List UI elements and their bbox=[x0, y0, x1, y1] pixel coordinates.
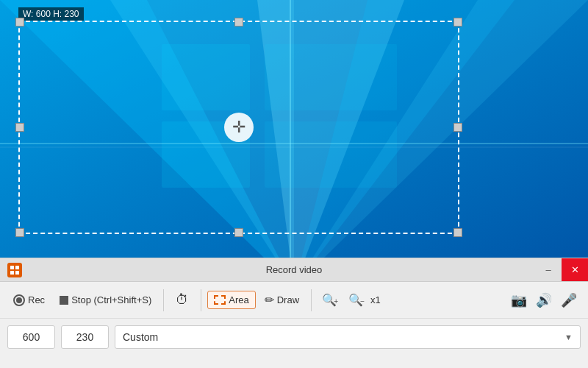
stop-button[interactable]: Stop (Ctrl+Shift+S) bbox=[54, 291, 157, 308]
zoom-level-label: x1 bbox=[370, 294, 381, 305]
close-button[interactable]: ✕ bbox=[562, 258, 588, 281]
minimize-button[interactable]: – bbox=[535, 258, 562, 281]
draw-label: Draw bbox=[277, 294, 299, 305]
separator-2 bbox=[201, 289, 201, 311]
svg-rect-15 bbox=[10, 271, 14, 275]
handle-top-center[interactable] bbox=[234, 18, 243, 26]
handle-bottom-left[interactable] bbox=[15, 228, 24, 237]
handle-top-left[interactable] bbox=[15, 18, 24, 26]
mic-icon: 🎤 bbox=[561, 292, 577, 308]
window-controls: – ✕ bbox=[535, 258, 588, 281]
svg-rect-14 bbox=[15, 266, 19, 269]
desktop-area: W: 600 H: 230 ✛ bbox=[0, 0, 588, 287]
width-input[interactable] bbox=[7, 325, 55, 349]
timer-button[interactable]: ⏱ bbox=[170, 289, 195, 311]
zoom-in-button[interactable]: 🔍+ bbox=[318, 289, 341, 312]
separator-3 bbox=[311, 289, 312, 311]
stop-icon bbox=[60, 296, 68, 305]
dimension-label: W: 600 H: 230 bbox=[18, 7, 84, 21]
right-icons-group: 📷 🔊 🎤 bbox=[507, 289, 581, 312]
rec-button[interactable]: Rec bbox=[7, 291, 51, 309]
bottom-row: Custom ▼ bbox=[0, 319, 588, 355]
handle-middle-left[interactable] bbox=[15, 123, 24, 132]
area-label: Area bbox=[229, 294, 248, 305]
rec-label: Rec bbox=[28, 294, 45, 305]
area-icon bbox=[214, 295, 226, 305]
handle-bottom-right[interactable] bbox=[453, 228, 462, 237]
mic-button[interactable]: 🎤 bbox=[557, 289, 581, 312]
handle-top-right[interactable] bbox=[453, 18, 462, 26]
stop-label: Stop (Ctrl+Shift+S) bbox=[71, 294, 151, 305]
dropdown-arrow-icon: ▼ bbox=[564, 333, 573, 342]
area-button[interactable]: Area bbox=[207, 291, 255, 309]
control-bar: Record video – ✕ Rec Stop (Ctrl+Shift+S)… bbox=[0, 258, 588, 368]
zoom-in-icon: 🔍+ bbox=[322, 293, 337, 307]
handle-middle-right[interactable] bbox=[453, 123, 462, 132]
speaker-button[interactable]: 🔊 bbox=[532, 289, 556, 312]
rec-icon bbox=[13, 294, 25, 306]
webcam-button[interactable]: 📷 bbox=[507, 289, 531, 312]
preset-label: Custom bbox=[123, 331, 158, 343]
title-bar: Record video – ✕ bbox=[0, 258, 588, 282]
height-input[interactable] bbox=[61, 325, 109, 349]
separator-1 bbox=[163, 289, 164, 311]
draw-icon: ✏ bbox=[265, 293, 274, 307]
svg-rect-16 bbox=[15, 271, 19, 275]
handle-bottom-center[interactable] bbox=[234, 228, 243, 237]
window-title: Record video bbox=[266, 264, 323, 275]
timer-icon: ⏱ bbox=[176, 292, 189, 308]
speaker-icon: 🔊 bbox=[536, 292, 552, 308]
draw-button[interactable]: ✏ Draw bbox=[259, 290, 305, 310]
selection-box[interactable]: ✛ bbox=[18, 21, 459, 234]
move-cursor-icon[interactable]: ✛ bbox=[224, 113, 254, 142]
zoom-out-icon: 🔍− bbox=[348, 293, 363, 307]
preset-dropdown[interactable]: Custom ▼ bbox=[115, 325, 581, 349]
app-icon bbox=[7, 263, 22, 277]
svg-rect-13 bbox=[10, 266, 14, 269]
toolbar: Rec Stop (Ctrl+Shift+S) ⏱ Area ✏ Draw 🔍+ bbox=[0, 282, 588, 319]
webcam-icon: 📷 bbox=[511, 292, 527, 308]
zoom-out-button[interactable]: 🔍− bbox=[344, 289, 368, 312]
